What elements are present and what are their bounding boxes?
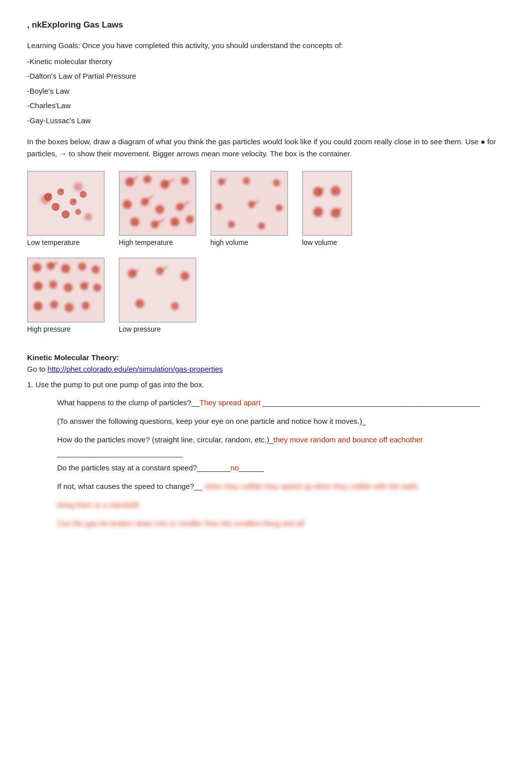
svg-point-52 <box>33 263 42 272</box>
diagram-low-vol: low volume <box>302 171 352 246</box>
particles-high-pressure <box>28 258 104 322</box>
learning-goals-intro: Learning Goals: Once you have completed … <box>27 39 505 52</box>
diagram-box-low-temp <box>27 171 105 236</box>
diagram-high-vol: high volume <box>210 171 288 246</box>
instructions: In the boxes below, draw a diagram of wh… <box>27 136 505 160</box>
svg-point-27 <box>186 215 194 223</box>
label-low-vol: low volume <box>302 238 337 246</box>
goal-3: -Boyle's Law <box>27 85 505 98</box>
q1e-prefix: If not, what causes the speed to change?… <box>57 482 202 490</box>
diagram-box-high-temp <box>119 171 196 236</box>
q1f: bring them to a standstill <box>57 498 505 511</box>
q1g-answer: or smaller than the smallest thing and a… <box>169 519 304 528</box>
question-block: What happens to the clump of particles?_… <box>27 396 505 530</box>
svg-point-19 <box>181 177 189 185</box>
diagram-low-pressure: Low pressure <box>119 257 196 333</box>
label-low-pressure: Low pressure <box>119 325 161 333</box>
particles-low-pressure <box>120 258 195 322</box>
svg-point-7 <box>75 209 81 215</box>
go-to-prefix: Go to <box>27 365 48 373</box>
label-low-temp: Low temperature <box>27 238 80 246</box>
q1a: What happens to the clump of particles?_… <box>57 396 505 409</box>
svg-point-63 <box>50 301 58 309</box>
svg-point-73 <box>171 302 179 310</box>
page-title: , nkExploring Gas Laws <box>27 20 505 30</box>
q1f-blurred: bring them to a standstill <box>57 500 139 509</box>
svg-point-20 <box>123 200 132 209</box>
diagram-low-temp: Low temperature <box>27 171 105 246</box>
svg-point-39 <box>276 204 283 211</box>
goal-5: -Gay-Lussac's Law <box>27 114 505 127</box>
q1a-line: ________________________________________… <box>262 398 480 407</box>
svg-point-26 <box>170 217 179 226</box>
q1d-prefix: Do the particles stay at a constant spee… <box>57 463 230 472</box>
kinetic-section: Kinetic Molecular Theory: Go to http://p… <box>27 353 505 530</box>
svg-point-6 <box>80 191 87 198</box>
label-high-temp: High temperature <box>119 238 173 246</box>
q1c: How do the particles move? (straight lin… <box>57 433 505 460</box>
svg-point-54 <box>61 264 70 273</box>
svg-point-17 <box>143 175 151 183</box>
svg-point-71 <box>180 272 189 281</box>
svg-point-62 <box>34 302 43 311</box>
svg-point-58 <box>49 281 57 289</box>
svg-point-64 <box>65 303 74 312</box>
diagram-high-pressure: High pressure <box>27 257 105 333</box>
q1g-label: Can the gas be broken down into <box>57 519 167 528</box>
q1e-answer: when they collide they speed up when the… <box>204 482 418 490</box>
svg-point-12 <box>41 194 51 204</box>
diagram-row-1: Low temperature <box>27 171 505 255</box>
svg-point-35 <box>243 177 250 184</box>
particles-high-temp <box>120 172 195 235</box>
svg-point-22 <box>155 205 164 214</box>
q1d-line: ______ <box>239 463 264 472</box>
phet-link[interactable]: http://phet.colorado.edu/en/simulation/g… <box>48 365 223 373</box>
q1g: Can the gas be broken down into or small… <box>57 516 505 530</box>
particles-low-temp <box>28 172 104 235</box>
svg-point-57 <box>34 282 43 291</box>
svg-point-14 <box>84 213 92 221</box>
diagram-box-high-pressure <box>27 257 105 323</box>
svg-point-46 <box>331 186 341 196</box>
q1e: If not, what causes the speed to change?… <box>57 479 505 493</box>
q1a-prefix: What happens to the clump of particles?_… <box>57 398 199 407</box>
goal-4: -Charles'Law <box>27 99 505 112</box>
svg-point-56 <box>92 266 100 274</box>
diagram-high-temp: High temperature <box>119 171 196 246</box>
kinetic-title: Kinetic Molecular Theory: <box>27 353 505 362</box>
svg-point-47 <box>313 207 323 217</box>
q1b: (To answer the following questions, keep… <box>57 414 505 428</box>
q1d-answer: no <box>230 463 239 472</box>
q1c-prefix: How do the particles move? (straight lin… <box>57 435 274 444</box>
svg-rect-0 <box>28 172 104 235</box>
svg-point-13 <box>74 182 83 191</box>
svg-point-55 <box>78 263 86 271</box>
svg-point-41 <box>258 222 265 229</box>
label-high-vol: high volume <box>210 238 248 246</box>
diagram-row-2: High pressure Low pressure <box>27 257 505 342</box>
goals-list: -Kinetic molecular therory -Dalton's Law… <box>27 55 505 127</box>
diagram-box-low-pressure <box>119 257 196 323</box>
svg-point-24 <box>130 217 139 226</box>
label-high-pressure: High pressure <box>27 325 71 333</box>
goal-2: -Dalton's Law of Partial Pressure <box>27 70 505 83</box>
goal-1: -Kinetic molecular therory <box>27 55 505 68</box>
svg-point-65 <box>82 302 90 310</box>
svg-point-5 <box>62 210 70 218</box>
diagram-box-high-vol <box>210 171 288 236</box>
go-to-line: Go to http://phet.colorado.edu/en/simula… <box>27 365 505 373</box>
q1c-line: ______________________________ <box>57 449 182 457</box>
svg-point-40 <box>228 221 235 228</box>
q1c-answer: they move random and bounce off eachothe… <box>274 435 423 444</box>
svg-rect-44 <box>303 172 351 235</box>
svg-point-37 <box>215 203 222 210</box>
svg-point-3 <box>52 203 60 211</box>
particles-high-vol <box>211 172 287 235</box>
svg-point-72 <box>135 299 144 308</box>
question-1-stem: 1. Use the pump to put one pump of gas i… <box>27 380 505 389</box>
particles-low-vol <box>303 172 351 235</box>
svg-point-59 <box>64 283 73 292</box>
q1a-answer: They spread apart <box>199 398 260 407</box>
svg-point-61 <box>93 284 101 292</box>
diagram-box-low-vol <box>302 171 352 236</box>
